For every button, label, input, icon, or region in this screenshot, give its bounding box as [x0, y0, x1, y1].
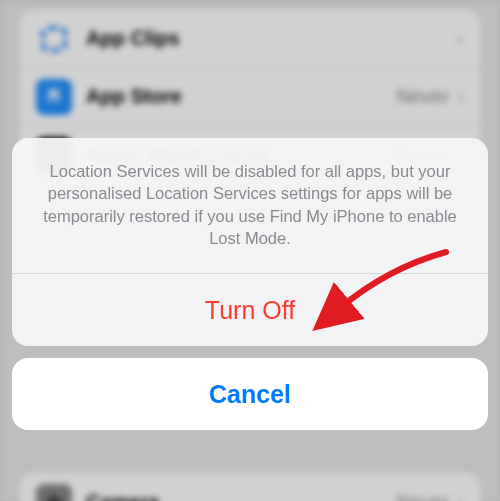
- turn-off-button[interactable]: Turn Off: [12, 274, 488, 346]
- action-sheet-card: Location Services will be disabled for a…: [12, 138, 488, 346]
- action-sheet: Location Services will be disabled for a…: [12, 138, 488, 430]
- cancel-button[interactable]: Cancel: [12, 358, 488, 430]
- action-sheet-message: Location Services will be disabled for a…: [12, 138, 488, 274]
